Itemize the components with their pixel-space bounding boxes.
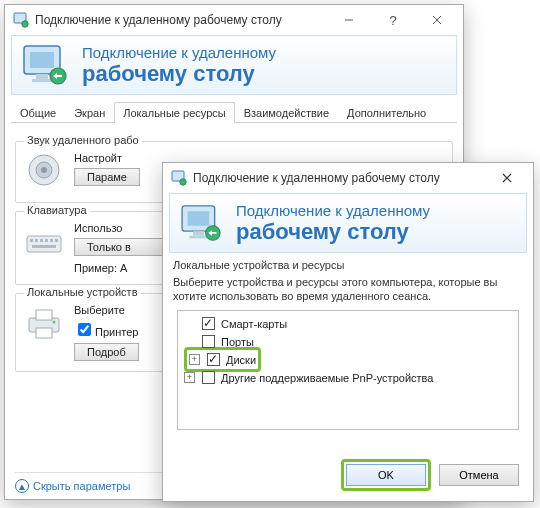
hide-options-label: Скрыть параметры [33, 480, 130, 492]
tab-local-resources[interactable]: Локальные ресурсы [114, 102, 234, 123]
dialog-close-button[interactable] [485, 164, 529, 192]
svg-point-1 [22, 21, 28, 27]
chevron-up-icon: ▲ [15, 479, 29, 493]
minimize-button[interactable] [327, 6, 371, 34]
ok-highlight: OK [341, 459, 431, 491]
local-resources-dialog: Подключение к удаленному рабочему столу … [162, 162, 534, 502]
svg-rect-14 [30, 239, 33, 242]
dialog-banner: Подключение к удаленному рабочему столу [169, 193, 527, 253]
tab-advanced[interactable]: Дополнительно [338, 102, 435, 123]
ports-checkbox[interactable] [202, 335, 215, 348]
svg-rect-20 [32, 245, 56, 248]
cancel-button[interactable]: Отмена [439, 464, 519, 486]
main-titlebar: Подключение к удаленному рабочему столу … [5, 5, 463, 35]
main-banner: Подключение к удаленному рабочему столу [11, 35, 457, 95]
svg-rect-19 [55, 239, 58, 242]
tree-item-pnp[interactable]: + Другие поддерживаемые PnP-устройства [184, 369, 512, 387]
svg-rect-18 [50, 239, 53, 242]
local-devices-group: Локальные устройства и ресурсы Выберите … [173, 259, 523, 430]
drives-checkbox[interactable] [207, 353, 220, 366]
rdp-large-icon [180, 204, 224, 242]
svg-rect-8 [32, 79, 52, 82]
tree-item-smartcards[interactable]: Смарт-карты [184, 315, 512, 333]
ports-label: Порты [221, 336, 254, 348]
tab-screen[interactable]: Экран [65, 102, 114, 123]
dialog-titlebar: Подключение к удаленному рабочему столу [163, 163, 533, 193]
svg-rect-6 [30, 52, 54, 68]
svg-point-24 [53, 321, 56, 324]
sound-settings-button[interactable]: Параме [74, 168, 140, 186]
devices-more-button[interactable]: Подроб [74, 343, 139, 361]
svg-point-26 [180, 179, 186, 185]
printer-label: Принтер [95, 326, 138, 338]
svg-rect-16 [40, 239, 43, 242]
drives-expander[interactable]: + [189, 354, 200, 365]
rdp-icon [13, 12, 29, 28]
dialog-button-row: OK Отмена [341, 459, 519, 491]
main-title-text: Подключение к удаленному рабочему столу [35, 13, 327, 27]
smartcards-checkbox[interactable] [202, 317, 215, 330]
group-description: Выберите устройства и ресурсы этого комп… [173, 275, 523, 304]
svg-rect-23 [36, 328, 52, 338]
svg-rect-30 [188, 211, 210, 225]
dialog-title-text: Подключение к удаленному рабочему столу [193, 171, 485, 185]
banner-line1: Подключение к удаленному [82, 44, 276, 62]
rdp-icon [171, 170, 187, 186]
drives-label: Диски [226, 354, 256, 366]
banner-line2: рабочему столу [82, 62, 276, 86]
keyboard-mode-button[interactable]: Только в [74, 238, 164, 256]
printer-checkbox[interactable] [78, 323, 91, 336]
tab-general[interactable]: Общие [11, 102, 65, 123]
panel-sound-legend: Звук удаленного рабо [24, 134, 142, 146]
ok-button[interactable]: OK [346, 464, 426, 486]
help-button[interactable]: ? [371, 6, 415, 34]
rdp-large-icon [22, 44, 70, 86]
svg-rect-15 [35, 239, 38, 242]
pnp-label: Другие поддерживаемые PnP-устройства [221, 372, 433, 384]
device-tree[interactable]: Смарт-карты Порты + Диски + Другие подде… [177, 310, 519, 430]
pnp-expander[interactable]: + [184, 372, 195, 383]
svg-rect-32 [189, 236, 207, 239]
close-button[interactable] [415, 6, 459, 34]
tab-strip: Общие Экран Локальные ресурсы Взаимодейс… [11, 101, 457, 123]
svg-point-12 [41, 167, 47, 173]
speaker-icon [24, 152, 64, 192]
printer-icon [24, 304, 64, 344]
keyboard-icon [24, 222, 64, 262]
group-legend: Локальные устройства и ресурсы [173, 259, 523, 271]
svg-rect-17 [45, 239, 48, 242]
tree-item-drives[interactable]: + Диски [184, 351, 512, 369]
svg-rect-31 [193, 231, 204, 236]
svg-rect-22 [36, 310, 52, 320]
svg-rect-7 [36, 74, 48, 79]
hide-options-link[interactable]: ▲ Скрыть параметры [15, 479, 130, 493]
panel-keyboard-legend: Клавиатура [24, 204, 90, 216]
dialog-banner-line2: рабочему столу [236, 220, 430, 244]
drives-highlight: + Диски [184, 347, 261, 372]
panel-devices-legend: Локальные устройств [24, 286, 141, 298]
svg-rect-13 [27, 236, 61, 252]
tab-interaction[interactable]: Взаимодействие [235, 102, 338, 123]
pnp-checkbox[interactable] [202, 371, 215, 384]
dialog-banner-line1: Подключение к удаленному [236, 202, 430, 220]
smartcards-label: Смарт-карты [221, 318, 287, 330]
